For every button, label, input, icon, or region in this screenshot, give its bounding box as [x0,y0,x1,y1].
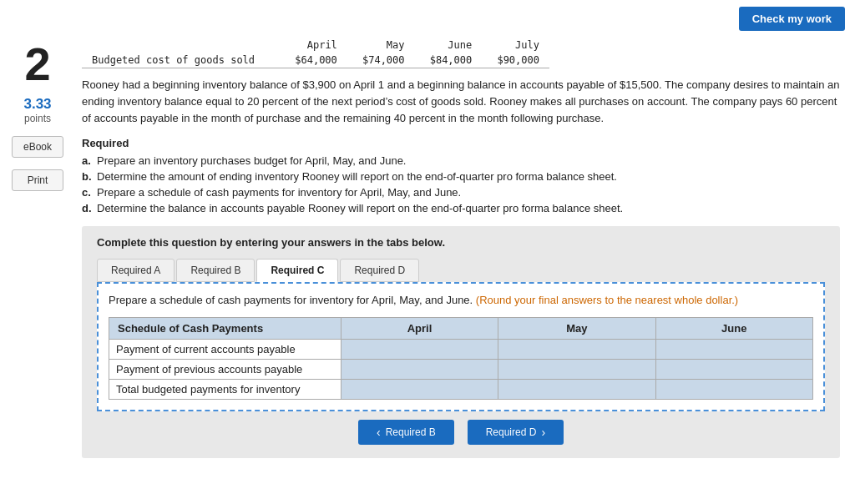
row1-april-input[interactable] [341,340,498,358]
row2-june-cell[interactable] [655,359,812,379]
next-label: Required D [486,426,537,438]
row3-april-cell[interactable] [341,379,498,399]
nav-buttons: ‹ Required B Required D › [97,420,825,445]
row3-april-input[interactable] [341,380,498,398]
schedule-col-may: May [498,317,655,339]
tab-required-c[interactable]: Required C [256,259,338,282]
required-letter-c: c. [82,186,97,199]
next-button[interactable]: Required D › [468,420,564,445]
row2-may-cell[interactable] [498,359,655,379]
required-list: a. Prepare an inventory purchases budget… [82,154,840,214]
required-letter-b: b. [82,170,97,183]
row2-april-input[interactable] [341,360,498,378]
required-text-a: Prepare an inventory purchases budget fo… [97,154,406,167]
col-april: April [280,38,347,53]
prev-button[interactable]: ‹ Required B [358,420,454,445]
row2-april-cell[interactable] [341,359,498,379]
required-item-c: c. Prepare a schedule of cash payments f… [82,186,840,199]
budget-may: $74,000 [347,53,415,68]
tab-instruction: Prepare a schedule of cash payments for … [109,292,813,309]
budget-april: $64,000 [280,53,347,68]
required-heading: Required [82,137,840,149]
required-item-b: b. Determine the amount of ending invent… [82,170,840,183]
ebook-button[interactable]: eBook [12,136,63,158]
row2-may-input[interactable] [498,360,655,378]
tab-c-content: Prepare a schedule of cash payments for … [97,282,825,411]
budget-row-label: Budgeted cost of goods sold [82,53,280,68]
schedule-col-label: Schedule of Cash Payments [109,317,341,339]
col-july: July [482,38,549,53]
points-value: 3.33 [23,96,51,113]
required-text-b: Determine the amount of ending inventory… [97,170,617,183]
tab-required-b[interactable]: Required B [176,259,255,282]
row3-may-cell[interactable] [498,379,655,399]
required-text-d: Determine the balance in accounts payabl… [97,202,623,214]
row3-label: Total budgeted payments for inventory [109,379,341,399]
budget-july: $90,000 [482,53,549,68]
prev-arrow-icon: ‹ [377,426,381,439]
complete-box-text: Complete this question by entering your … [97,236,825,249]
col-may: May [347,38,415,53]
row1-june-input[interactable] [656,340,812,358]
required-text-c: Prepare a schedule of cash payments for … [97,186,461,199]
row1-june-cell[interactable] [655,339,812,359]
budget-table-wrap: April May June July Budgeted cost of goo… [82,38,840,68]
required-item-d: d. Determine the balance in accounts pay… [82,202,840,214]
row1-april-cell[interactable] [341,339,498,359]
row1-label: Payment of current accounts payable [109,339,341,359]
question-number: 2 [24,38,50,88]
table-row: Total budgeted payments for inventory [109,379,813,399]
row1-may-input[interactable] [498,340,655,358]
row3-june-cell[interactable] [655,379,812,399]
points-label: points [24,113,51,124]
row3-june-input[interactable] [656,380,812,398]
print-button[interactable]: Print [12,169,63,191]
row1-may-cell[interactable] [498,339,655,359]
complete-box: Complete this question by entering your … [82,226,840,458]
tab-required-d[interactable]: Required D [340,259,419,282]
required-letter-d: d. [82,202,97,214]
col-june: June [415,38,483,53]
check-my-work-button[interactable]: Check my work [739,7,845,31]
schedule-col-april: April [341,317,498,339]
table-row: Payment of previous accounts payable [109,359,813,379]
problem-text: Rooney had a beginning inventory balance… [82,77,840,127]
budget-june: $84,000 [415,53,483,68]
required-item-a: a. Prepare an inventory purchases budget… [82,154,840,167]
next-arrow-icon: › [541,426,545,439]
row2-label: Payment of previous accounts payable [109,359,341,379]
schedule-col-june: June [655,317,812,339]
table-row: Payment of current accounts payable [109,339,813,359]
instruction-note: (Round your final answers to the nearest… [476,294,738,306]
required-letter-a: a. [82,154,97,167]
prev-label: Required B [386,426,436,438]
row3-may-input[interactable] [498,380,655,398]
row2-june-input[interactable] [656,360,812,378]
tabs-row: Required A Required B Required C Require… [97,259,825,282]
instruction-text: Prepare a schedule of cash payments for … [109,294,473,306]
schedule-table: Schedule of Cash Payments April May June… [109,317,813,400]
tab-required-a[interactable]: Required A [97,259,175,282]
